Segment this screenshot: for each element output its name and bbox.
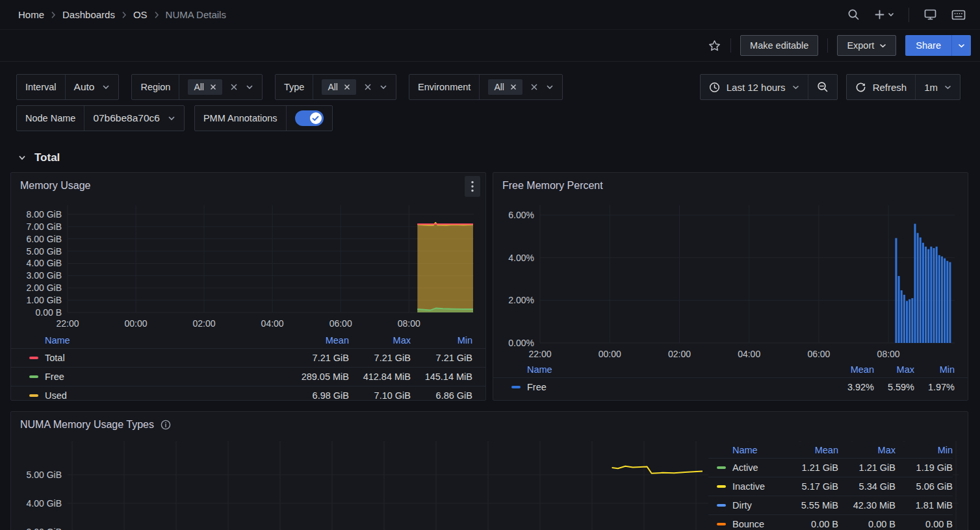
star-icon[interactable] (708, 39, 721, 53)
series-max: 5.59% (874, 382, 914, 392)
refresh-interval-select[interactable]: 1m (915, 75, 960, 99)
top-nav-bar: Home Dashboards OS NUMA Details (0, 0, 980, 30)
series-max: 0.00 B (838, 519, 896, 529)
info-icon[interactable] (161, 420, 171, 430)
environment-select[interactable]: All (479, 75, 562, 99)
series-name[interactable]: Used (45, 390, 67, 401)
series-min: 0.00 B (896, 519, 953, 529)
kiosk-mode-icon[interactable] (923, 8, 937, 21)
clear-icon[interactable] (230, 83, 238, 91)
series-name[interactable]: Dirty (732, 500, 752, 511)
region-select[interactable]: All (179, 75, 262, 99)
svg-text:22:00: 22:00 (528, 349, 551, 359)
legend-header-max[interactable]: Max (349, 335, 411, 346)
memory-usage-chart[interactable]: 0.00 B1.00 GiB2.00 GiB3.00 GiB4.00 GiB5.… (11, 199, 485, 332)
panel-title[interactable]: NUMA Memory Usage Types (20, 419, 154, 431)
type-select[interactable]: All (313, 75, 396, 99)
pmm-annotations-toggle[interactable] (295, 110, 324, 126)
breadcrumb-dashboards[interactable]: Dashboards (62, 9, 115, 20)
interval-value[interactable]: Auto (74, 81, 95, 93)
interval-select[interactable]: Auto (65, 75, 119, 99)
panel-menu-button[interactable] (465, 176, 480, 197)
svg-text:2.00 GiB: 2.00 GiB (27, 283, 62, 293)
legend-header-max[interactable]: Max (838, 445, 896, 455)
legend-header-min[interactable]: Min (411, 335, 472, 346)
refresh-button[interactable]: Refresh (847, 75, 916, 99)
chevron-right-icon (122, 11, 127, 19)
svg-text:5.00 GiB: 5.00 GiB (27, 246, 62, 257)
chevron-right-icon (51, 11, 56, 19)
series-max: 7.21 GiB (349, 353, 411, 363)
svg-text:04:00: 04:00 (738, 349, 760, 359)
legend-header-mean[interactable]: Mean (781, 445, 838, 455)
series-name[interactable]: Total (45, 353, 65, 363)
legend-header-min[interactable]: Min (896, 445, 953, 455)
series-swatch (29, 375, 38, 378)
legend-header-max[interactable]: Max (874, 364, 914, 375)
region-chip-all[interactable]: All (188, 79, 222, 95)
section-row-total[interactable]: Total (18, 147, 60, 168)
keyboard-shortcuts-icon[interactable] (951, 10, 966, 20)
share-menu-button[interactable] (951, 35, 971, 56)
close-icon (510, 84, 517, 90)
panel-title[interactable]: Free Memory Percent (502, 180, 603, 192)
svg-text:3.00 GiB: 3.00 GiB (27, 527, 62, 530)
clear-icon[interactable] (530, 83, 538, 91)
time-range-picker[interactable]: Last 12 hours (701, 75, 808, 99)
environment-variable: Environment All (409, 74, 563, 100)
chevron-down-icon[interactable] (246, 84, 253, 90)
series-name[interactable]: Free (45, 372, 64, 382)
interval-variable: Interval Auto (16, 74, 119, 100)
type-chip-all[interactable]: All (322, 79, 356, 95)
node-name-value[interactable]: 07b6be8a70c6 (93, 112, 160, 124)
free-memory-percent-chart[interactable]: 0.00%2.00%4.00%6.00%22:0000:0002:0004:00… (493, 199, 968, 362)
legend-row-total: Total 7.21 GiB 7.21 GiB 7.21 GiB (11, 348, 485, 367)
chevron-down-icon (944, 85, 951, 90)
chevron-down-icon[interactable] (546, 84, 554, 90)
chevron-down-icon (18, 155, 26, 160)
environment-chip-all[interactable]: All (488, 79, 522, 95)
series-name[interactable]: Bounce (732, 519, 764, 529)
breadcrumb-os[interactable]: OS (133, 9, 148, 20)
legend-header-mean[interactable]: Mean (834, 364, 874, 375)
chevron-down-icon (792, 85, 799, 90)
share-button[interactable]: Share (905, 35, 951, 56)
legend-header-name[interactable]: Name (527, 364, 552, 375)
legend-header-name[interactable]: Name (45, 335, 70, 346)
refresh-icon (855, 82, 866, 93)
svg-text:6.00 GiB: 6.00 GiB (27, 234, 62, 244)
series-min: 7.21 GiB (411, 353, 472, 363)
series-max: 5.34 GiB (838, 481, 896, 492)
chip-label: All (328, 82, 338, 92)
node-name-select[interactable]: 07b6be8a70c6 (84, 106, 184, 131)
legend-header-min[interactable]: Min (914, 364, 955, 375)
series-name[interactable]: Free (527, 382, 547, 392)
series-name[interactable]: Active (732, 462, 758, 473)
series-mean: 5.17 GiB (781, 481, 838, 492)
chevron-down-icon[interactable] (380, 84, 387, 90)
type-label: Type (284, 82, 304, 92)
legend-row-free: Free 289.05 MiB 412.84 MiB 145.14 MiB (11, 367, 485, 386)
refresh-group: Refresh 1m (846, 74, 961, 100)
swatch-spacer (29, 339, 38, 342)
clear-icon[interactable] (364, 83, 372, 91)
panel-title[interactable]: Memory Usage (20, 180, 90, 192)
pmm-annotations-label: PMM Annotations (203, 113, 277, 123)
svg-text:0.00%: 0.00% (508, 338, 534, 348)
add-panel-button[interactable] (874, 9, 894, 20)
breadcrumb-home[interactable]: Home (18, 9, 44, 20)
export-button[interactable]: Export (837, 35, 896, 56)
legend-header-name[interactable]: Name (732, 445, 758, 455)
chevron-down-icon (888, 12, 894, 17)
legend-header-mean[interactable]: Mean (287, 335, 349, 346)
make-editable-button[interactable]: Make editable (740, 35, 818, 56)
divider (909, 8, 909, 22)
legend-header-row: Name Mean Max Min (708, 442, 953, 458)
region-label: Region (140, 82, 170, 92)
svg-text:08:00: 08:00 (877, 349, 900, 359)
search-icon[interactable] (847, 8, 860, 21)
series-name[interactable]: Inactive (732, 481, 765, 492)
series-max: 1.21 GiB (838, 462, 896, 473)
zoom-out-time-button[interactable] (808, 75, 837, 99)
svg-text:06:00: 06:00 (329, 318, 352, 329)
